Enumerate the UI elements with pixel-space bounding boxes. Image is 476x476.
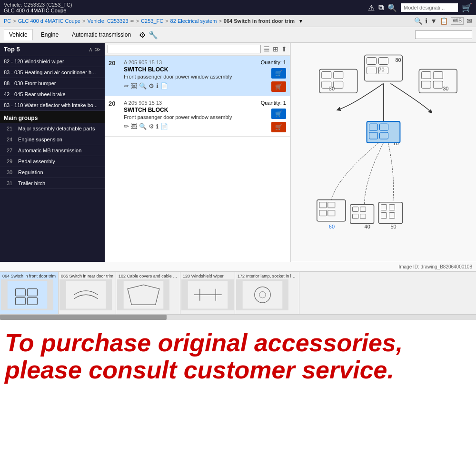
filter-icon[interactable]: ▼ [430,17,437,25]
part-row-2: 20 A 205 905 15 13 SWITCH BLOCK Front pa… [105,96,290,137]
breadcrumb-fc[interactable]: C253_FC [141,18,163,24]
sidebar-item-wiper[interactable]: 82 - 120 Windshield wiper [0,56,105,67]
remove-cart-btn-1[interactable]: 🛒 [271,81,286,92]
sidebar-item-deflector[interactable]: 83 - 110 Water deflector with intake bo.… [0,100,105,111]
diagram-svg: 80 70 30 30 20 10 60 40 50 [291,43,476,262]
model-search-input[interactable] [401,3,458,12]
part-code-1: A 205 905 15 13 [124,60,257,65]
edit-part-icon[interactable]: ✏ [124,82,129,89]
cart-icon[interactable]: 🛒 [462,2,472,13]
info-part2-icon[interactable]: ℹ [156,123,159,130]
part-desc-2: Front passenger door power window assemb… [124,114,257,120]
parts-search-input[interactable] [108,45,261,53]
strip-thumb-1 [1,279,53,310]
settings-icon[interactable]: ⚙ [139,30,146,40]
svg-text:50: 50 [390,224,396,229]
email-icon[interactable]: ✉ [466,17,472,25]
part-name-1: SWITCH BLOCK [124,66,257,73]
svg-text:70: 70 [379,67,385,72]
part-desc-1: Front passenger door power window assemb… [124,74,257,79]
header-right: ⚠ ⧉ 🔍 🛒 [368,2,472,13]
strip-item-4[interactable]: 120 Windshield wiper [180,272,235,314]
grid-icon[interactable]: ⊞ [273,45,278,53]
toolbar: Vehicle Engine Automatic transmission ⚙ … [0,27,476,43]
part-right-2: Quantity: 1 🛒 🛒 [261,100,286,132]
parts-list: 20 A 205 905 15 13 SWITCH BLOCK Front pa… [105,56,290,262]
breadcrumb-electrical[interactable]: 82 Electrical system [170,18,217,24]
remove-cart-btn-2[interactable]: 🛒 [271,122,286,132]
export-icon[interactable]: 📋 [440,17,448,25]
sidebar-group-21[interactable]: 21 Major assembly detachable parts [0,123,105,134]
doc-part2-icon[interactable]: 📄 [160,123,168,130]
svg-text:60: 60 [329,224,335,229]
diagram-panel: 80 70 30 30 20 10 60 40 50 [290,43,476,262]
toolbar-search-input[interactable] [415,30,472,39]
strip-item-1[interactable]: 064 Switch in front door trim [0,272,59,314]
scroll-thumb[interactable] [0,315,167,320]
sidebar-item-bumper[interactable]: 88 - 030 Front bumper [0,78,105,89]
part-name-2: SWITCH BLOCK [124,107,257,113]
sidebar-group-31[interactable]: 31 Trailer hitch [0,178,105,189]
sidebar-group-30[interactable]: 30 Regulation [0,167,105,178]
svg-rect-0 [291,43,476,262]
top5-header: Top 5 ∧ ≫ [0,43,105,56]
info-icon[interactable]: ℹ [425,17,427,25]
part-info-2: A 205 905 15 13 SWITCH BLOCK Front passe… [124,100,257,132]
sidebar-group-29[interactable]: 29 Pedal assembly [0,156,105,167]
top5-controls: ∧ ≫ [89,46,101,53]
breadcrumb-vehicle[interactable]: Vehicle: C253323 [87,18,128,24]
warning-icon[interactable]: ⚠ [368,3,375,12]
image-part-icon[interactable]: 🖼 [131,82,137,89]
info-part-icon[interactable]: ℹ [156,82,159,89]
part-code-2: A 205 905 15 13 [124,100,257,106]
breadcrumb: PC > GLC 400 d 4MATIC Coupe > Vehicle: C… [0,15,476,27]
collapse-icon[interactable]: ∧ [89,46,93,53]
search-part-icon[interactable]: 🔍 [139,82,147,89]
main-groups-header: Main groups [0,111,105,123]
vehicle-model: GLC 400 d 4MATIC Coupe [4,8,72,13]
list-icon[interactable]: ☰ [264,45,270,53]
zoom-breadcrumb-icon[interactable]: 🔍 [414,17,422,25]
strip-item-3[interactable]: 102 Cable covers and cable ducts [116,272,180,314]
parts-panel: ☰ ⊞ ⬆ 20 A 205 905 15 13 SWITCH BLOCK Fr… [105,43,290,262]
part-row-1: 20 A 205 905 15 13 SWITCH BLOCK Front pa… [105,56,290,96]
scroll-bar[interactable] [0,314,476,320]
strip-item-5[interactable]: 172 Interior lamp, socket in load compar… [235,272,299,314]
sidebar-group-27[interactable]: 27 Automatic MB transmission [0,145,105,156]
strip-thumb-4 [181,279,234,310]
add-cart-btn-1[interactable]: 🛒 [271,68,286,79]
sidebar-item-brake[interactable]: 42 - 045 Rear wheel brake [0,89,105,100]
strip-label-3: 102 Cable covers and cable ducts [117,273,179,279]
wis-icon[interactable]: WIS [451,17,464,25]
breadcrumb-actions: 🔍 ℹ ▼ 📋 WIS ✉ [414,17,472,25]
part-info-1: A 205 905 15 13 SWITCH BLOCK Front passe… [124,60,257,92]
settings-part2-icon[interactable]: ⚙ [149,123,154,130]
strip-item-2[interactable]: 065 Switch in rear door trim [59,272,116,314]
search-icon[interactable]: 🔍 [387,3,397,12]
edit-icon[interactable]: ✏ [130,19,134,24]
edit-part2-icon[interactable]: ✏ [124,123,129,130]
add-cart-btn-2[interactable]: 🛒 [271,109,286,119]
strip-label-1: 064 Switch in front door trim [1,273,57,279]
settings-part-icon[interactable]: ⚙ [149,82,154,89]
sidebar-item-heating[interactable]: 83 - 035 Heating and air conditioner h..… [0,67,105,78]
sidebar: Top 5 ∧ ≫ 82 - 120 Windshield wiper 83 -… [0,43,105,262]
breadcrumb-dropdown-icon[interactable]: ▼ [298,19,303,24]
breadcrumb-glc[interactable]: GLC 400 d 4MATIC Coupe [18,18,80,24]
copy-icon[interactable]: ⧉ [378,3,384,12]
doc-part-icon[interactable]: 📄 [160,82,168,89]
breadcrumb-pc[interactable]: PC [4,18,11,24]
tab-transmission[interactable]: Automatic transmission [67,29,136,40]
tools-icon[interactable]: 🔧 [149,30,158,40]
tab-vehicle[interactable]: Vehicle [4,29,33,40]
export2-icon[interactable]: ⬆ [281,45,287,53]
sidebar-group-24[interactable]: 24 Engine suspension [0,134,105,145]
breadcrumb-current: 064 Switch in front door trim [224,18,295,24]
header: Vehicle: C253323 (C253_FC) GLC 400 d 4MA… [0,0,476,15]
tab-engine[interactable]: Engine [36,29,64,40]
search-part2-icon[interactable]: 🔍 [139,123,147,130]
image-part2-icon[interactable]: 🖼 [131,123,137,130]
part-pos-1: 20 [109,60,120,92]
expand-icon[interactable]: ≫ [95,46,101,53]
svg-text:80: 80 [395,57,401,63]
